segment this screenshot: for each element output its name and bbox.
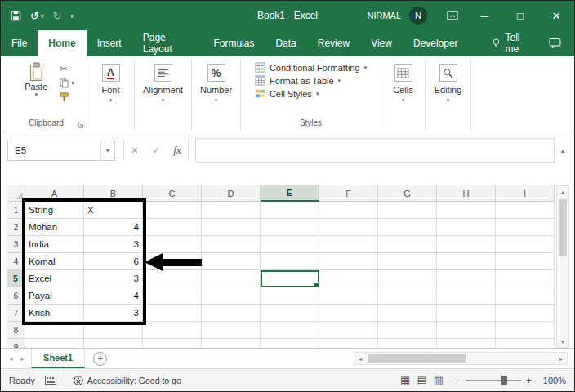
cell-e6[interactable] xyxy=(261,287,319,305)
conditional-formatting-button[interactable]: Conditional Formatting ▾ xyxy=(255,62,367,73)
cell-f4[interactable] xyxy=(319,253,378,270)
column-header-h[interactable]: H xyxy=(437,185,496,202)
tell-me-button[interactable]: Tell me xyxy=(492,30,536,56)
cell-h8[interactable] xyxy=(437,322,496,339)
cell-d8[interactable] xyxy=(202,322,261,339)
cell-g1[interactable] xyxy=(378,202,437,219)
save-button[interactable] xyxy=(11,11,21,21)
tab-review[interactable]: Review xyxy=(307,30,360,56)
cell-c7[interactable] xyxy=(143,305,202,322)
cell-a2[interactable]: Mohan xyxy=(25,219,84,236)
cell-d5[interactable] xyxy=(202,270,261,287)
maximize-button[interactable]: □ xyxy=(502,1,538,30)
zoom-in-icon[interactable]: + xyxy=(526,375,532,386)
cell-c3[interactable] xyxy=(143,236,202,253)
paste-button[interactable]: Paste ▾ xyxy=(18,60,54,102)
name-box-caret-icon[interactable]: ▾ xyxy=(100,140,114,160)
cell-i8[interactable] xyxy=(496,322,555,339)
cell-i5[interactable] xyxy=(496,270,555,287)
cell-styles-button[interactable]: Cell Styles ▾ xyxy=(255,88,319,99)
cell-f3[interactable] xyxy=(319,236,378,253)
undo-button[interactable]: ↺▾ xyxy=(30,11,43,21)
macro-record-icon[interactable] xyxy=(45,376,56,385)
tab-page-layout[interactable]: Page Layout xyxy=(132,30,203,56)
cut-button[interactable]: ✂ xyxy=(60,64,74,74)
cell-e7[interactable] xyxy=(261,305,319,322)
column-header-c[interactable]: C xyxy=(143,185,202,202)
cell-e9[interactable] xyxy=(261,339,319,348)
cell-a7[interactable]: Krish xyxy=(25,305,84,322)
column-header-f[interactable]: F xyxy=(319,185,378,202)
cell-h6[interactable] xyxy=(437,287,496,305)
cell-f9[interactable] xyxy=(319,339,378,348)
cell-d2[interactable] xyxy=(202,219,261,236)
cell-i7[interactable] xyxy=(496,305,555,322)
cell-f1[interactable] xyxy=(319,202,378,219)
cell-e2[interactable] xyxy=(261,219,319,236)
cell-d9[interactable] xyxy=(202,339,261,348)
column-header-b[interactable]: B xyxy=(84,185,143,202)
cell-e4[interactable] xyxy=(261,253,319,270)
font-group[interactable]: A Font ▾ xyxy=(87,58,135,131)
add-sheet-button[interactable]: + xyxy=(93,352,107,366)
cell-e5[interactable] xyxy=(261,270,319,287)
cell-b9[interactable] xyxy=(84,339,143,348)
row-header-7[interactable]: 7 xyxy=(7,305,25,322)
scroll-left-icon[interactable]: ◂ xyxy=(354,355,366,363)
format-as-table-button[interactable]: Format as Table ▾ xyxy=(255,75,341,86)
column-header-i[interactable]: I xyxy=(496,185,555,202)
cell-i6[interactable] xyxy=(496,287,555,305)
cells-group[interactable]: Cells ▾ xyxy=(381,58,426,131)
cell-b8[interactable] xyxy=(84,322,143,339)
row-header-1[interactable]: 1 xyxy=(7,202,25,219)
cell-c9[interactable] xyxy=(143,339,202,348)
formula-input[interactable] xyxy=(195,138,555,163)
cell-i3[interactable] xyxy=(496,236,555,253)
tab-file[interactable]: File xyxy=(1,30,38,56)
cell-a3[interactable]: India xyxy=(25,236,84,253)
row-header-9[interactable]: 9 xyxy=(7,339,25,348)
cell-g6[interactable] xyxy=(378,287,437,305)
cell-g8[interactable] xyxy=(378,322,437,339)
user-name[interactable]: NIRMAL xyxy=(367,11,401,20)
cell-g3[interactable] xyxy=(378,236,437,253)
row-header-6[interactable]: 6 xyxy=(7,287,25,305)
tab-developer[interactable]: Developer xyxy=(403,30,469,56)
prev-sheet-icon[interactable]: ◂ xyxy=(9,354,13,363)
cell-a4[interactable]: Komal xyxy=(25,253,84,270)
cell-b1[interactable]: X xyxy=(84,202,143,219)
tab-home[interactable]: Home xyxy=(38,30,86,56)
cell-h7[interactable] xyxy=(437,305,496,322)
scroll-up-icon[interactable]: ▴ xyxy=(561,186,564,198)
sheet-tab-sheet1[interactable]: Sheet1 xyxy=(31,349,85,368)
cell-f6[interactable] xyxy=(319,287,378,305)
zoom-percentage[interactable]: 100% xyxy=(538,376,566,385)
cell-b3[interactable]: 3 xyxy=(84,236,143,253)
number-group[interactable]: % Number ▾ xyxy=(192,58,241,131)
page-layout-view-icon[interactable]: ▤ xyxy=(417,375,426,385)
cancel-entry-button[interactable]: ✕ xyxy=(124,145,145,156)
tab-insert[interactable]: Insert xyxy=(87,30,132,56)
column-header-a[interactable]: A xyxy=(25,185,84,202)
cell-h5[interactable] xyxy=(437,270,496,287)
scroll-right-icon[interactable]: ▸ xyxy=(555,355,567,363)
ribbon-display-options-button[interactable] xyxy=(439,1,466,30)
column-header-g[interactable]: G xyxy=(378,185,437,202)
tab-formulas[interactable]: Formulas xyxy=(203,30,265,56)
row-header-4[interactable]: 4 xyxy=(7,253,25,270)
cell-d7[interactable] xyxy=(202,305,261,322)
avatar[interactable]: N xyxy=(409,7,427,24)
cell-e1[interactable] xyxy=(261,202,319,219)
cell-c1[interactable] xyxy=(143,202,202,219)
close-button[interactable]: ✕ xyxy=(538,1,574,30)
accessibility-status[interactable]: Accessibility: Good to go xyxy=(74,376,181,385)
cell-b2[interactable]: 4 xyxy=(84,219,143,236)
horizontal-scrollbar[interactable]: ◂ ▸ xyxy=(354,352,568,365)
horizontal-scrollbar-thumb[interactable] xyxy=(368,354,466,363)
cell-a8[interactable] xyxy=(25,322,84,339)
zoom-slider-thumb[interactable] xyxy=(501,376,507,385)
row-header-3[interactable]: 3 xyxy=(7,236,25,253)
normal-view-icon[interactable]: ▦ xyxy=(400,375,410,385)
cell-d3[interactable] xyxy=(202,236,261,253)
comments-button[interactable] xyxy=(536,30,574,56)
